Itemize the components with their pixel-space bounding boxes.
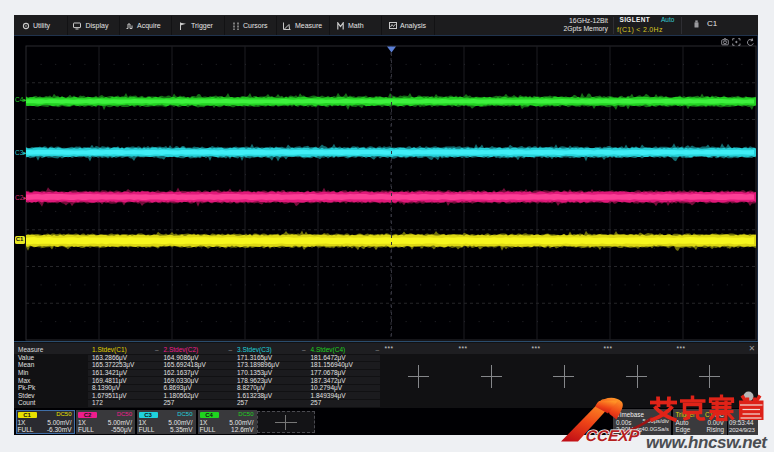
svg-text:www.hncsw.net: www.hncsw.net [646, 433, 768, 452]
svg-text:CCEXP: CCEXP [585, 428, 641, 445]
